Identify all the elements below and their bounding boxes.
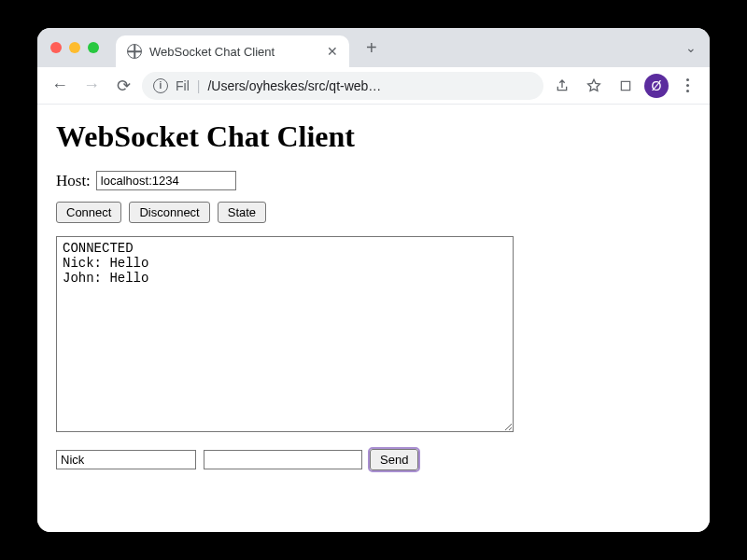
reload-button[interactable]: ⟳ [110,73,136,99]
send-button[interactable]: Send [370,449,418,470]
maximize-window-button[interactable] [88,42,99,53]
address-bar[interactable]: i Fil | /Users/oyheskes/src/qt-web… [142,72,543,100]
share-button[interactable] [549,73,575,99]
site-info-icon[interactable]: i [153,78,168,93]
minimize-window-button[interactable] [69,42,80,53]
close-window-button[interactable] [50,42,62,53]
button-row: Connect Disconnect State [56,202,691,223]
page-title: WebSocket Chat Client [56,119,691,154]
profile-avatar[interactable]: Ø [644,74,669,98]
svg-rect-0 [621,81,629,90]
page-content: WebSocket Chat Client Host: Connect Disc… [37,105,710,532]
tabs-dropdown-button[interactable]: ⌄ [685,40,697,55]
connect-button[interactable]: Connect [56,202,121,223]
host-input[interactable] [96,171,236,190]
state-button[interactable]: State [218,202,266,223]
globe-icon [127,44,142,59]
star-icon [586,78,601,93]
menu-button[interactable] [674,73,700,99]
extensions-button[interactable] [613,73,639,99]
bookmark-button[interactable] [581,73,607,99]
forward-button[interactable]: → [78,73,105,99]
url-path: /Users/oyheskes/src/qt-web… [207,78,381,93]
toolbar: ← → ⟳ i Fil | /Users/oyheskes/src/qt-web… [37,67,710,105]
send-row: Send [56,449,691,470]
message-input[interactable] [204,450,362,469]
nickname-input[interactable] [56,450,196,469]
browser-window: WebSocket Chat Client ✕ + ⌄ ← → ⟳ i Fil … [37,28,710,532]
back-button[interactable]: ← [47,73,73,99]
tab-title: WebSocket Chat Client [149,45,275,59]
url-separator: | [197,78,201,93]
host-label: Host: [56,172,91,190]
share-icon [555,78,570,93]
new-tab-button[interactable]: + [366,37,377,59]
window-controls [50,42,99,53]
close-tab-button[interactable]: ✕ [327,44,338,59]
browser-tab[interactable]: WebSocket Chat Client ✕ [116,35,349,67]
url-scheme: Fil [176,78,190,93]
titlebar: WebSocket Chat Client ✕ + ⌄ [37,28,710,67]
disconnect-button[interactable]: Disconnect [129,202,209,223]
host-row: Host: [56,171,691,190]
log-textarea[interactable] [56,236,514,432]
avatar-initial: Ø [652,78,662,93]
square-icon [619,79,632,92]
